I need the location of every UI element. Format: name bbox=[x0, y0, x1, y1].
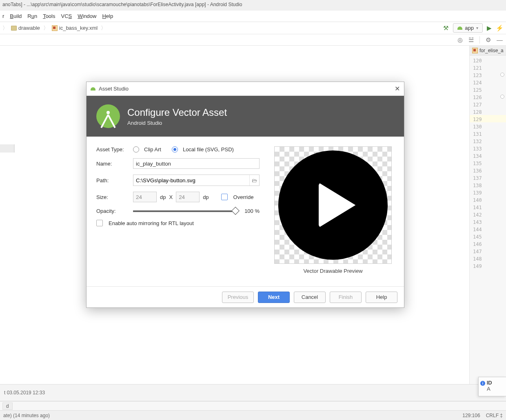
name-input[interactable] bbox=[133, 158, 260, 169]
line-number: 135 bbox=[470, 159, 506, 166]
override-checkbox[interactable] bbox=[221, 194, 228, 200]
clip-art-label: Clip Art bbox=[144, 146, 161, 153]
line-number: 126 bbox=[470, 93, 506, 100]
local-file-label: Local file (SVG, PSD) bbox=[183, 146, 234, 153]
path-input[interactable] bbox=[133, 175, 249, 186]
line-number: 149 bbox=[470, 262, 506, 269]
minimize-icon[interactable]: — bbox=[497, 36, 503, 43]
dp-label: dp bbox=[203, 194, 209, 200]
editor-tab[interactable]: for_elise_a bbox=[470, 46, 506, 55]
line-number: 123 bbox=[470, 71, 506, 78]
size-row: Size: dp X dp Override bbox=[96, 192, 260, 202]
opacity-row: Opacity: 100 % bbox=[96, 208, 260, 214]
folder-open-icon[interactable]: 🗁 bbox=[249, 175, 259, 186]
code-gutter: for_elise_a 1201211231241251261271281291… bbox=[469, 46, 506, 401]
rtl-label: Enable auto mirroring for RTL layout bbox=[109, 220, 194, 226]
xml-file-icon bbox=[52, 25, 58, 31]
line-number: 139 bbox=[470, 188, 506, 196]
toolbar-right: ⚒ app ▾ ▶ ⚡ bbox=[442, 23, 504, 33]
menu-tools[interactable]: Tools bbox=[43, 13, 55, 19]
asset-type-row: Asset Type: Clip Art Local file (SVG, PS… bbox=[96, 146, 260, 153]
breadcrumb-item[interactable]: ic_bass_key.xml bbox=[49, 24, 100, 32]
clip-art-radio[interactable] bbox=[133, 146, 139, 153]
rtl-row: Enable auto mirroring for RTL layout bbox=[96, 220, 260, 226]
bottom-tab[interactable]: d bbox=[2, 402, 13, 410]
line-numbers: 1201211231241251261271281291301311321331… bbox=[470, 55, 506, 270]
dialog-title-text: Asset Studio bbox=[99, 86, 129, 92]
status-bar: ate) (14 minutes ago) 129:106 CRLF ‡ bbox=[0, 410, 506, 420]
xml-file-icon bbox=[472, 48, 478, 53]
line-number: 131 bbox=[470, 130, 506, 137]
rtl-checkbox[interactable] bbox=[96, 220, 103, 226]
cursor-position[interactable]: 129:106 bbox=[462, 413, 480, 418]
android-icon bbox=[91, 87, 95, 91]
line-number: 124 bbox=[470, 78, 506, 86]
folder-icon bbox=[11, 26, 17, 31]
run-config-label: app bbox=[465, 25, 474, 31]
target-icon[interactable]: ◎ bbox=[457, 36, 463, 44]
preview-canvas bbox=[274, 146, 392, 264]
close-icon[interactable]: ✕ bbox=[395, 85, 400, 93]
tool-window: t 03.05.2019 12:33 bbox=[0, 384, 506, 401]
line-number: 133 bbox=[470, 144, 506, 152]
size-label: Size: bbox=[96, 194, 130, 200]
help-button[interactable]: Help bbox=[366, 292, 397, 303]
line-number: 143 bbox=[470, 218, 506, 225]
line-number: 148 bbox=[470, 254, 506, 262]
opacity-label: Opacity: bbox=[96, 208, 130, 214]
chevron-right-icon: 〉 bbox=[2, 24, 8, 32]
breadcrumb-label: drawable bbox=[18, 25, 40, 31]
editor-tab-label: for_elise_a bbox=[479, 48, 504, 53]
line-number: 127 bbox=[470, 100, 506, 108]
path-field-wrapper: 🗁 bbox=[133, 175, 260, 186]
line-number: 130 bbox=[470, 122, 506, 130]
line-number: 120 bbox=[470, 56, 506, 64]
x-separator: X bbox=[169, 194, 173, 200]
line-number: 145 bbox=[470, 232, 506, 240]
run-config-selector[interactable]: app ▾ bbox=[453, 23, 483, 33]
filter-icon[interactable]: ☱ bbox=[468, 36, 474, 44]
line-number: 125 bbox=[470, 86, 506, 93]
name-label: Name: bbox=[96, 161, 130, 167]
cancel-button[interactable]: Cancel bbox=[294, 292, 326, 303]
menu-help[interactable]: Help bbox=[102, 13, 113, 19]
line-number: 132 bbox=[470, 137, 506, 144]
apply-changes-icon[interactable]: ⚡ bbox=[496, 24, 504, 32]
android-studio-logo-icon bbox=[96, 104, 120, 128]
previous-button: Previous bbox=[222, 292, 254, 303]
line-number: 142 bbox=[470, 210, 506, 218]
menu-run[interactable]: Run bbox=[27, 13, 37, 19]
line-number: 147 bbox=[470, 247, 506, 254]
menu-bar: r Build Run Tools VCS Window Help bbox=[0, 11, 506, 22]
status-right: 129:106 CRLF ‡ bbox=[462, 413, 503, 418]
menu-build[interactable]: Build bbox=[10, 13, 22, 19]
preview-caption: Vector Drawable Preview bbox=[272, 268, 394, 274]
tool-window-text: t 03.05.2019 12:33 bbox=[4, 390, 45, 396]
menu-vcs[interactable]: VCS bbox=[61, 13, 72, 19]
play-button-icon bbox=[278, 150, 388, 260]
line-ending[interactable]: CRLF ‡ bbox=[486, 413, 503, 418]
slider-handle-icon[interactable] bbox=[231, 207, 240, 215]
run-icon[interactable]: ▶ bbox=[487, 24, 492, 32]
asset-studio-dialog: Asset Studio ✕ Configure Vector Asset An… bbox=[86, 82, 404, 308]
preview-column: Vector Drawable Preview bbox=[272, 146, 394, 274]
path-label: Path: bbox=[96, 177, 130, 183]
dialog-header-title: Configure Vector Asset bbox=[127, 107, 227, 118]
next-button[interactable]: Next bbox=[258, 292, 290, 303]
opacity-slider[interactable] bbox=[133, 210, 236, 212]
chevron-down-icon: ▾ bbox=[476, 26, 478, 30]
line-number: 144 bbox=[470, 225, 506, 232]
ide-notification[interactable]: i ID A bbox=[478, 377, 506, 396]
build-hammer-icon[interactable]: ⚒ bbox=[442, 25, 449, 31]
menu-item[interactable]: r bbox=[2, 13, 4, 19]
gear-icon[interactable]: ⚙ bbox=[486, 36, 491, 44]
override-label: Override bbox=[233, 194, 254, 200]
menu-window[interactable]: Window bbox=[78, 13, 96, 19]
local-file-radio[interactable] bbox=[172, 146, 178, 153]
form-column: Asset Type: Clip Art Local file (SVG, PS… bbox=[96, 146, 260, 274]
line-number: 138 bbox=[470, 181, 506, 188]
breadcrumb-item[interactable]: drawable bbox=[9, 24, 42, 32]
dialog-footer: Previous Next Cancel Finish Help bbox=[87, 286, 404, 307]
notification-title: ID bbox=[487, 380, 492, 386]
line-number: 140 bbox=[470, 196, 506, 203]
